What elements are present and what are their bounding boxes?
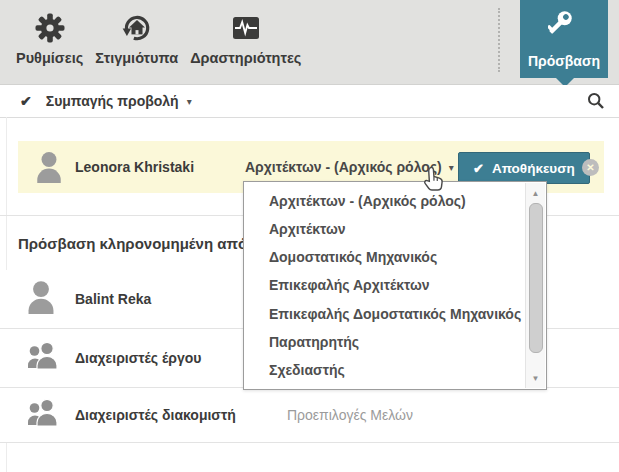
save-button-label: Αποθήκευση xyxy=(492,161,575,176)
scrollbar-up-icon[interactable]: ▲ xyxy=(526,185,545,201)
list-item-group[interactable]: Διαχειριστές διακομιστή Προεπιλογές Μελώ… xyxy=(0,388,619,443)
scrollbar-down-icon[interactable]: ▼ xyxy=(526,370,545,386)
toolbar-item-snapshots[interactable]: Στιγμιότυπα xyxy=(95,10,178,66)
user-avatar-icon xyxy=(26,280,56,318)
check-icon: ✔ xyxy=(473,161,484,176)
toolbar-divider xyxy=(498,8,500,72)
toolbar-item-label: Στιγμιότυπα xyxy=(95,50,178,66)
scrollbar-thumb[interactable] xyxy=(529,203,543,353)
list-item-name: Διαχειριστές διακομιστή xyxy=(75,388,236,442)
close-icon[interactable]: ✕ xyxy=(582,159,599,176)
toolbar-item-settings[interactable]: Ρυθμίσεις xyxy=(16,10,83,66)
member-name: Leonora Khristaki xyxy=(75,141,194,193)
section-title: Πρόσβαση κληρονομημένη από xyxy=(18,235,247,252)
access-panel: Ρυθμίσεις Στιγμιότυπα xyxy=(0,0,619,472)
tab-access-label: Πρόσβαση xyxy=(528,53,600,69)
dropdown-option[interactable]: Επικεφαλής Δομοστατικός Μηχανικός xyxy=(244,306,524,322)
activity-icon xyxy=(230,10,262,46)
chevron-down-icon: ▾ xyxy=(449,162,454,173)
role-dropdown: Αρχιτέκτων - (Αρχικός ρόλος) Αρχιτέκτων … xyxy=(243,181,547,390)
role-select-value: Αρχιτέκτων - (Αρχικός ρόλος) xyxy=(245,159,442,175)
key-icon xyxy=(548,9,580,47)
search-icon[interactable] xyxy=(587,92,605,110)
user-avatar-icon xyxy=(35,151,63,187)
dropdown-scrollbar[interactable]: ▲ ▼ xyxy=(525,183,545,388)
toolbar-item-label: Δραστηριότητες xyxy=(190,50,301,66)
dropdown-option[interactable]: Επικεφαλής Αρχιτέκτων xyxy=(244,277,524,293)
list-item-name: Balint Reka xyxy=(75,270,151,328)
dropdown-option[interactable]: Αρχιτέκτων xyxy=(244,221,524,237)
group-icon xyxy=(26,397,60,433)
toolbar-item-activities[interactable]: Δραστηριότητες xyxy=(190,10,301,66)
dropdown-option[interactable]: Παρατηρητής xyxy=(244,334,524,350)
group-icon xyxy=(26,340,60,376)
toolbar-items: Ρυθμίσεις Στιγμιότυπα xyxy=(16,10,301,66)
snapshot-restore-icon xyxy=(120,10,154,46)
dropdown-option[interactable]: Σχεδιαστής xyxy=(244,362,524,378)
close-glyph: ✕ xyxy=(586,162,594,173)
toolbar-item-label: Ρυθμίσεις xyxy=(16,50,83,66)
save-button[interactable]: ✔ Αποθήκευση xyxy=(458,152,590,184)
view-bar: ✔ Συμπαγής προβολή ▾ xyxy=(0,85,619,118)
gear-icon xyxy=(34,10,66,46)
tab-access[interactable]: Πρόσβαση xyxy=(520,0,608,78)
chevron-down-icon: ▾ xyxy=(187,96,192,107)
check-icon: ✔ xyxy=(20,93,32,109)
dropdown-option[interactable]: Δομοστατικός Μηχανικός xyxy=(244,249,524,265)
list-item-name: Διαχειριστές έργου xyxy=(75,329,201,387)
role-dropdown-options: Αρχιτέκτων - (Αρχικός ρόλος) Αρχιτέκτων … xyxy=(244,182,524,389)
list-item-note: Προεπιλογές Μελών xyxy=(287,388,413,442)
dropdown-option[interactable]: Αρχιτέκτων - (Αρχικός ρόλος) xyxy=(244,193,524,209)
compact-view-toggle[interactable]: Συμπαγής προβολή xyxy=(46,93,179,109)
